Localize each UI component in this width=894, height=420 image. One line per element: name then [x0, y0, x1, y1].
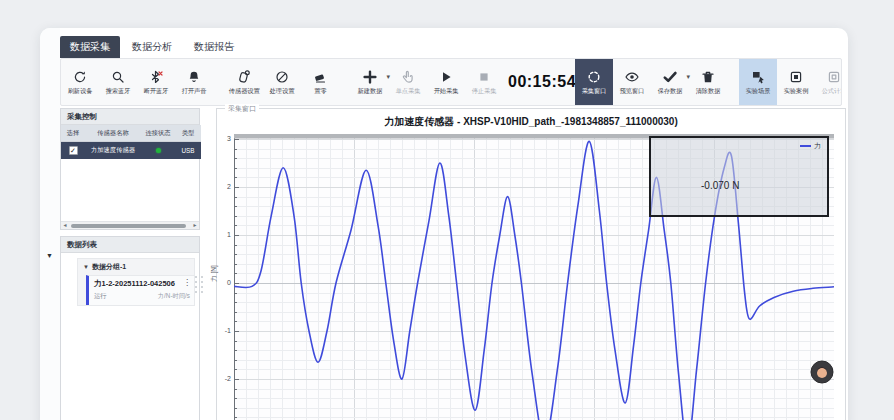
sensor-table-hscrollbar[interactable]: ◄ ► [61, 221, 199, 229]
left-column: 采集控制 选择传感器名称连接状态类型 ✓力加速度传感器USB ◄ ► 数据列表 [60, 108, 200, 420]
refresh-icon [72, 68, 89, 85]
data-list-title: 数据列表 [61, 237, 199, 253]
sensor-col-1: 传感器名称 [85, 125, 141, 142]
disconnect-bluetooth-label: 断开蓝牙 [144, 87, 169, 96]
save-data-label: 保存数据 [658, 87, 683, 96]
data-item-state: 运行 [94, 292, 107, 301]
hscroll-track [69, 224, 191, 228]
chart-title: 力加速度传感器 - XHSP-V10HID_path_-1981348857_1… [217, 115, 845, 129]
search-icon [110, 68, 127, 85]
data-group-label: 数据分组-1 [92, 262, 126, 272]
main-tabbar: 数据采集数据分析数据报告 [60, 36, 244, 58]
clear-data-button[interactable]: 清除数据 [689, 59, 727, 105]
panel-splitter-handle[interactable] [195, 276, 204, 293]
hscroll-thumb[interactable] [71, 224, 186, 228]
y-tick-3: 3 [218, 135, 231, 142]
new-data-label: 新建数据 [358, 87, 383, 96]
save-data-button[interactable]: 保存数据▾ [651, 59, 689, 105]
tab-2[interactable]: 数据报告 [184, 36, 244, 58]
y-tick-2: 2 [218, 183, 231, 190]
panel-collapse-handle[interactable]: ▼ [46, 252, 53, 259]
data-list-panel: 数据列表 ▼ 数据分组-1 力1-2-20251112-042506 ⋮ 运行 [60, 236, 200, 420]
data-item[interactable]: 力1-2-20251112-042506 ⋮ 运行 力/N-时间/s [86, 275, 194, 305]
formula-icon [826, 68, 843, 85]
experiment-scene-label: 实验场景 [746, 87, 771, 96]
refresh-device-button[interactable]: 刷新设备 [61, 59, 99, 105]
plus-icon [362, 68, 379, 85]
collect-window-groupbox: 采集窗口 力加速度传感器 - XHSP-V10HID_path_-1981348… [216, 108, 846, 420]
tab-0[interactable]: 数据采集 [60, 36, 120, 58]
experiment-scene-button[interactable]: 实验场景 [739, 59, 777, 105]
assistant-avatar-button[interactable] [810, 360, 834, 384]
case-icon [788, 68, 805, 85]
trash-icon [700, 68, 717, 85]
legend-series-label: 力 [814, 141, 821, 151]
data-list-body: ▼ 数据分组-1 力1-2-20251112-042506 ⋮ 运行 力/N-时… [61, 253, 199, 420]
data-item-title: 力1-2-20251112-042506 [94, 279, 190, 289]
data-group-card: ▼ 数据分组-1 力1-2-20251112-042506 ⋮ 运行 力/N-时… [77, 258, 195, 306]
sound-on-button[interactable]: 打开声音 [175, 59, 213, 105]
left-collapse-rail: ▼ [40, 28, 60, 420]
compass-icon [274, 68, 291, 85]
chart-plot-area[interactable]: -0.070 N 力 [234, 134, 834, 420]
stop-collect-label: 停止采集 [472, 87, 497, 96]
sensor-settings-label: 传感器设置 [229, 87, 260, 96]
legend-line-swatch [800, 145, 811, 147]
new-data-button[interactable]: 新建数据▾ [351, 59, 389, 105]
data-item-axes: 力/N-时间/s [158, 292, 190, 301]
sensor-col-2: 连接状态 [141, 125, 175, 142]
dashed-circle-icon [586, 68, 603, 85]
connection-status-dot [156, 148, 161, 153]
scroll-right-arrow-icon[interactable]: ► [191, 223, 199, 228]
sensor-settings-button[interactable]: 传感器设置 [225, 59, 263, 105]
collect-timer: 00:15:54 [509, 59, 575, 105]
search-bluetooth-button[interactable]: 搜索蓝牙 [99, 59, 137, 105]
refresh-device-label: 刷新设备 [68, 87, 93, 96]
experiment-case-button[interactable]: 实验案例 [777, 59, 815, 105]
single-point-button: 单点采集 [389, 59, 427, 105]
collect-control-title: 采集控制 [61, 109, 199, 125]
start-collect-button[interactable]: 开始采集 [427, 59, 465, 105]
process-settings-label: 处理设置 [270, 87, 295, 96]
sound-on-label: 打开声音 [182, 87, 207, 96]
hand-icon [400, 68, 417, 85]
zero-button[interactable]: 置零 [301, 59, 339, 105]
item-more-menu-icon[interactable]: ⋮ [183, 279, 191, 287]
main-toolbar: 刷新设备搜索蓝牙断开蓝牙打开声音传感器设置处理设置置零新建数据▾单点采集开始采集… [60, 58, 842, 106]
app-stage: ▼ 数据采集数据分析数据报告 刷新设备搜索蓝牙断开蓝牙打开声音传感器设置处理设置… [0, 0, 894, 420]
collect-control-panel: 采集控制 选择传感器名称连接状态类型 ✓力加速度传感器USB ◄ ► [60, 108, 200, 230]
data-group-row[interactable]: ▼ 数据分组-1 [78, 259, 194, 275]
clear-data-label: 清除数据 [696, 87, 721, 96]
disconnect-bluetooth-button[interactable]: 断开蓝牙 [137, 59, 175, 105]
tab-1[interactable]: 数据分析 [122, 36, 182, 58]
chart-legend: 力 [800, 141, 821, 151]
check-icon [662, 68, 679, 85]
preview-window-button[interactable]: 预览窗口 [613, 59, 651, 105]
search-bluetooth-label: 搜索蓝牙 [106, 87, 131, 96]
zero-label: 置零 [314, 87, 326, 96]
sensor-checkbox[interactable]: ✓ [69, 146, 78, 155]
stop-collect-button: 停止采集 [465, 59, 503, 105]
bluetooth-off-icon [148, 68, 165, 85]
scroll-left-arrow-icon[interactable]: ◄ [61, 223, 69, 228]
process-settings-button[interactable]: 处理设置 [263, 59, 301, 105]
collect-window-label: 采集窗口 [582, 87, 607, 96]
sensor-row[interactable]: ✓力加速度传感器USB [61, 142, 201, 160]
eraser-icon [312, 68, 329, 85]
formula-calc-label: 公式计算 [822, 87, 842, 96]
y-tick-1: 1 [218, 231, 231, 238]
sensor-table: 选择传感器名称连接状态类型 ✓力加速度传感器USB [61, 125, 201, 159]
scene-icon [750, 68, 767, 85]
annotation-value: -0.070 N [701, 180, 739, 191]
preview-window-label: 预览窗口 [620, 87, 645, 96]
sensor-table-empty-area [61, 159, 199, 221]
y-tick-0: 0 [218, 279, 231, 286]
collect-window-button[interactable]: 采集窗口 [575, 59, 613, 105]
experiment-case-label: 实验案例 [784, 87, 809, 96]
start-collect-label: 开始采集 [434, 87, 459, 96]
sensor-col-0: 选择 [61, 125, 85, 142]
play-icon [438, 68, 455, 85]
groupbox-label: 采集窗口 [225, 104, 259, 114]
y-tick--2: -2 [218, 375, 231, 382]
eye-icon [624, 68, 641, 85]
